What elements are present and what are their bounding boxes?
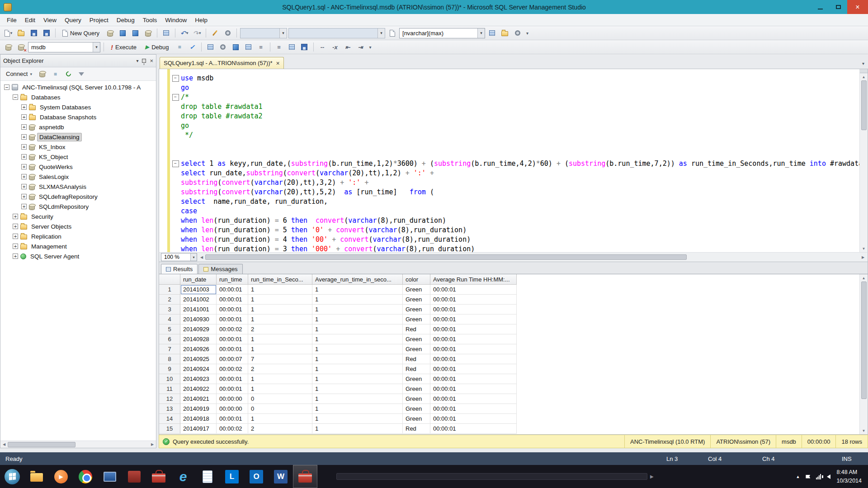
row-header[interactable]: 12 xyxy=(159,394,180,404)
messages-tab[interactable]: Messages xyxy=(198,264,242,274)
grid-cell[interactable]: Green xyxy=(403,314,430,324)
grid-cell[interactable]: 1 xyxy=(248,344,312,354)
grid-cell[interactable]: 20140925 xyxy=(180,354,217,364)
expand-icon[interactable]: + xyxy=(13,234,18,239)
grid-cell[interactable]: Red xyxy=(403,354,430,364)
grid-cell[interactable]: Green xyxy=(403,394,430,404)
grid-cell[interactable]: 00:00:01 xyxy=(217,285,248,295)
scroll-up-icon[interactable]: ▲ xyxy=(860,274,868,282)
grid-cell[interactable]: 20140922 xyxy=(180,384,217,394)
grid-cell[interactable]: 00:00:01 xyxy=(430,314,517,324)
grid-cell[interactable]: Red xyxy=(403,324,430,334)
scroll-thumb[interactable] xyxy=(861,80,867,130)
row-header[interactable]: 6 xyxy=(159,334,180,344)
grid-cell[interactable]: 00:00:01 xyxy=(217,305,248,314)
filter-icon[interactable] xyxy=(76,69,87,79)
code-line[interactable]: go xyxy=(170,83,859,93)
grid-cell[interactable]: 00:00:01 xyxy=(430,295,517,305)
start-button[interactable] xyxy=(0,465,24,488)
grid-cell[interactable]: 00:00:01 xyxy=(430,424,517,434)
code-line[interactable]: when len(run_duration) = 5 then '0' + co… xyxy=(170,225,859,235)
expand-icon[interactable]: + xyxy=(21,174,27,179)
taskbar-ssms-icon[interactable] xyxy=(293,465,317,488)
tree-node-sqldmrepository[interactable]: +SQLdmRepository xyxy=(0,202,156,211)
grid-cell[interactable]: 1 xyxy=(312,374,403,384)
grid-cell[interactable]: Green xyxy=(403,305,430,314)
grid-cell[interactable]: 20140918 xyxy=(180,414,217,424)
scroll-right-icon[interactable]: ▶ xyxy=(149,441,156,448)
expand-icon[interactable]: + xyxy=(21,164,27,169)
stop-icon[interactable]: ■ xyxy=(50,69,61,79)
scroll-right-icon[interactable]: ▶ xyxy=(859,253,867,261)
expand-icon[interactable]: + xyxy=(21,114,27,120)
query-options-icon[interactable] xyxy=(217,42,229,52)
network-icon[interactable] xyxy=(816,474,821,479)
tree-node-anc-timelinxsql-sql-server-10-0-1798-a[interactable]: −ANC-Timelinxsql (SQL Server 10.0.1798 -… xyxy=(0,82,156,92)
editor-hscrollbar[interactable]: ◀ ▶ xyxy=(198,253,867,261)
expand-icon[interactable]: + xyxy=(21,124,27,130)
grid-cell[interactable]: Green xyxy=(403,404,430,414)
row-header[interactable]: 10 xyxy=(159,374,180,384)
minimize-button[interactable] xyxy=(811,0,829,14)
menu-view[interactable]: View xyxy=(39,15,61,25)
scroll-down-icon[interactable]: ▼ xyxy=(860,427,868,434)
column-header[interactable]: Average_run_time_in_seco... xyxy=(312,274,403,285)
expand-icon[interactable]: + xyxy=(21,194,27,199)
row-header[interactable]: 4 xyxy=(159,314,180,324)
grid-cell[interactable]: 1 xyxy=(312,424,403,434)
taskbar-chrome-icon[interactable] xyxy=(73,465,98,488)
grid-cell[interactable]: Green xyxy=(403,295,430,305)
grid-cell[interactable]: 00:00:01 xyxy=(217,334,248,344)
scroll-thumb[interactable] xyxy=(861,282,867,399)
taskbar-media-player-icon[interactable]: ▶ xyxy=(49,465,73,488)
toolbox-icon[interactable] xyxy=(486,28,498,38)
grid-cell[interactable]: 1 xyxy=(312,344,403,354)
find-icon[interactable] xyxy=(222,28,233,38)
new-query-button[interactable]: New Query xyxy=(59,28,103,38)
expand-icon[interactable]: + xyxy=(21,104,27,110)
fold-marker[interactable] xyxy=(170,159,181,169)
grid-cell[interactable]: 1 xyxy=(312,364,403,374)
grid-cell[interactable]: 20141001 xyxy=(180,305,217,314)
tree-node-saleslogix[interactable]: +SalesLogix xyxy=(0,172,156,182)
grid-cell[interactable]: 00:00:02 xyxy=(217,324,248,334)
tree-node-sql-server-agent[interactable]: +SQL Server Agent xyxy=(0,251,156,261)
taskbar-word-icon[interactable]: W xyxy=(269,465,293,488)
grid-cell[interactable]: 1 xyxy=(248,384,312,394)
fold-marker[interactable] xyxy=(170,93,181,102)
save-all-icon[interactable] xyxy=(41,28,52,38)
grid-cell[interactable]: Green xyxy=(403,285,430,295)
database-engine-query-icon[interactable] xyxy=(104,28,116,38)
grid-cell[interactable]: 00:00:01 xyxy=(430,334,517,344)
volume-icon[interactable] xyxy=(827,474,830,479)
tree-node-databases[interactable]: −Databases xyxy=(0,92,156,102)
action-center-icon[interactable] xyxy=(806,475,810,479)
connect-database-icon[interactable] xyxy=(3,42,14,52)
restore-button[interactable] xyxy=(829,0,847,14)
grid-cell[interactable]: Red xyxy=(403,364,430,374)
code-line[interactable]: select run_date,substring(convert(varcha… xyxy=(170,169,859,178)
close-panel-icon[interactable]: × xyxy=(150,57,153,64)
zoom-control[interactable]: 100 % ▾ xyxy=(161,253,197,261)
grid-cell[interactable]: 2 xyxy=(248,364,312,374)
taskbar-internet-explorer-icon[interactable]: e xyxy=(171,465,195,488)
menu-help[interactable]: Help xyxy=(191,15,212,25)
selection-margin[interactable] xyxy=(159,69,167,252)
row-header[interactable]: 9 xyxy=(159,364,180,374)
scroll-thumb[interactable] xyxy=(8,442,75,447)
row-header[interactable]: 5 xyxy=(159,324,180,334)
disconnect-icon[interactable] xyxy=(37,69,48,79)
execute-button[interactable]: !Execute xyxy=(107,42,140,52)
expand-icon[interactable]: + xyxy=(21,134,27,140)
save-icon[interactable] xyxy=(28,28,39,38)
taskbar-clock[interactable]: 8:48 AM 10/3/2014 xyxy=(836,468,862,484)
database-caret-icon[interactable]: ▾ xyxy=(93,42,100,52)
fold-marker[interactable] xyxy=(170,74,181,83)
row-header[interactable]: 8 xyxy=(159,354,180,364)
scroll-up-icon[interactable]: ▲ xyxy=(860,73,868,80)
expand-icon[interactable]: + xyxy=(21,154,27,160)
grid-cell[interactable]: 1 xyxy=(312,414,403,424)
grid-cell[interactable]: 1 xyxy=(312,295,403,305)
toolbar-overflow-icon[interactable]: ▾ xyxy=(524,31,530,36)
tree-node-security[interactable]: +Security xyxy=(0,211,156,221)
